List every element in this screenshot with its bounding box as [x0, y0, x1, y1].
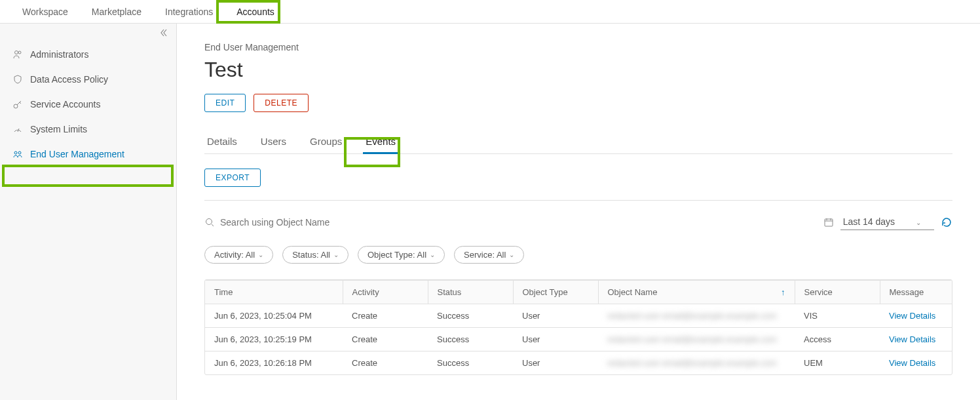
table-row: Jun 6, 2023, 10:26:18 PM Create Success …: [205, 351, 952, 375]
topnav-workspace[interactable]: Workspace: [10, 1, 80, 22]
chevron-down-icon: ⌄: [509, 251, 514, 258]
filter-activity[interactable]: Activity: All⌄: [204, 246, 273, 264]
topnav-marketplace[interactable]: Marketplace: [80, 1, 153, 22]
top-nav: Workspace Marketplace Integrations Accou…: [0, 0, 980, 24]
edit-button[interactable]: EDIT: [204, 94, 246, 112]
svg-point-3: [14, 151, 17, 154]
divider: [204, 200, 952, 201]
svg-point-1: [18, 51, 21, 54]
topnav-accounts[interactable]: Accounts: [225, 1, 286, 22]
svg-rect-6: [825, 219, 833, 226]
col-service[interactable]: Service: [795, 281, 880, 304]
filter-object-type[interactable]: Object Type: All⌄: [358, 246, 445, 264]
chevron-down-icon: ⌄: [916, 219, 921, 226]
col-time[interactable]: Time: [205, 281, 343, 304]
gauge-icon: [12, 123, 24, 135]
group-icon: [12, 148, 24, 160]
search-box: [204, 217, 823, 228]
breadcrumb: End User Management: [204, 42, 952, 52]
sidebar-item-administrators[interactable]: Administrators: [0, 42, 176, 67]
sidebar-item-service-accounts[interactable]: Service Accounts: [0, 92, 176, 117]
shield-icon: [12, 73, 24, 85]
page-title: Test: [204, 58, 952, 82]
filter-service[interactable]: Service: All⌄: [454, 246, 524, 264]
sidebar-item-label: End User Management: [30, 149, 124, 159]
sidebar-item-label: System Limits: [30, 124, 87, 134]
tab-events[interactable]: Events: [363, 130, 398, 153]
svg-point-5: [206, 218, 212, 224]
search-icon: [204, 217, 215, 228]
date-range-select[interactable]: Last 14 days ⌄: [840, 214, 934, 230]
col-status[interactable]: Status: [428, 281, 513, 304]
content-tabs: Details Users Groups Events: [204, 130, 952, 154]
view-details-link[interactable]: View Details: [889, 334, 935, 344]
export-button[interactable]: EXPORT: [204, 169, 261, 187]
users-icon: [12, 49, 24, 60]
sidebar-item-label: Administrators: [30, 49, 88, 60]
main-content: End User Management Test EDIT DELETE Det…: [177, 24, 980, 400]
col-activity[interactable]: Activity: [343, 281, 428, 304]
key-icon: [12, 98, 24, 110]
sidebar-item-label: Service Accounts: [30, 99, 100, 110]
svg-point-0: [15, 51, 18, 54]
table-row: Jun 6, 2023, 10:25:19 PM Create Success …: [205, 328, 952, 351]
table-header-row: Time Activity Status Object Type Object …: [205, 281, 952, 304]
sort-asc-icon: ↑: [781, 287, 785, 297]
chevron-left-icon: [158, 28, 168, 38]
delete-button[interactable]: DELETE: [254, 94, 309, 112]
sidebar-item-end-user-management[interactable]: End User Management: [0, 142, 176, 167]
refresh-icon[interactable]: [941, 216, 952, 228]
col-object-type[interactable]: Object Type: [513, 281, 598, 304]
topnav-integrations[interactable]: Integrations: [153, 1, 225, 22]
view-details-link[interactable]: View Details: [889, 358, 935, 368]
tab-groups[interactable]: Groups: [307, 130, 345, 153]
sidebar-item-data-access-policy[interactable]: Data Access Policy: [0, 67, 176, 92]
col-message[interactable]: Message: [880, 281, 952, 304]
chevron-down-icon: ⌄: [258, 251, 263, 258]
view-details-link[interactable]: View Details: [889, 311, 935, 321]
sidebar: Administrators Data Access Policy Servic…: [0, 24, 177, 400]
table-row: Jun 6, 2023, 10:25:04 PM Create Success …: [205, 304, 952, 328]
col-object-name[interactable]: Object Name↑: [598, 281, 795, 304]
sidebar-item-label: Data Access Policy: [30, 74, 108, 85]
tab-details[interactable]: Details: [204, 130, 240, 153]
events-table: Time Activity Status Object Type Object …: [204, 279, 952, 375]
calendar-icon[interactable]: [823, 217, 834, 228]
sidebar-item-system-limits[interactable]: System Limits: [0, 117, 176, 142]
svg-point-4: [18, 151, 21, 154]
sidebar-collapse[interactable]: [0, 24, 176, 42]
filter-status[interactable]: Status: All⌄: [282, 246, 349, 264]
chevron-down-icon: ⌄: [333, 251, 339, 258]
tab-users[interactable]: Users: [258, 130, 289, 153]
chevron-down-icon: ⌄: [430, 251, 435, 258]
search-input[interactable]: [220, 217, 417, 228]
filter-pills: Activity: All⌄ Status: All⌄ Object Type:…: [204, 246, 952, 264]
